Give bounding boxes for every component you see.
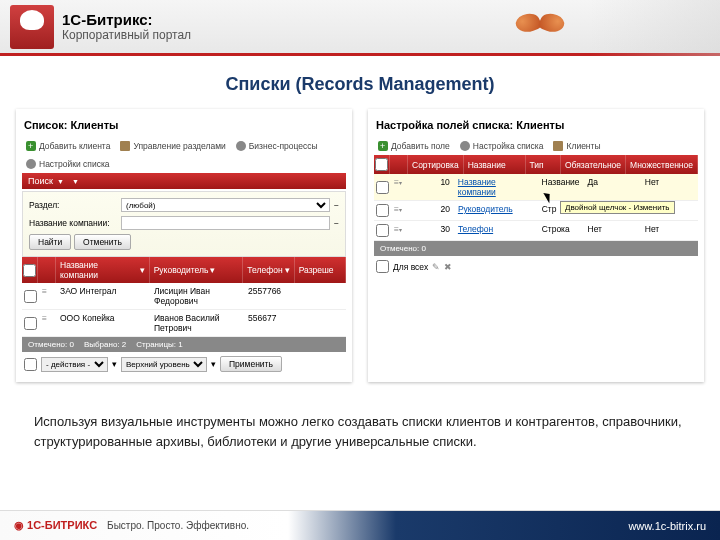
actions-select[interactable]: - действия - [41,357,108,372]
edit-icon[interactable]: ✎ [432,262,440,272]
clients-bottom-bar: - действия - ▾ Верхний уровень ▾ Примени… [22,352,346,376]
brand-subtitle: Корпоративный портал [62,28,191,42]
gear-icon [460,141,470,151]
list-icon [553,141,563,151]
gear-icon [236,141,246,151]
search-label: Поиск [28,176,53,186]
col-type[interactable]: Тип [526,155,561,174]
brand-name: 1С-Битрикс: [62,11,153,28]
clients-toolbar: Добавить клиента Управление разделами Би… [22,137,346,173]
for-all-label: Для всех [393,262,428,272]
row-checkbox[interactable] [376,204,389,217]
level-select[interactable]: Верхний уровень [121,357,207,372]
manage-sections-button[interactable]: Управление разделами [118,140,227,152]
sort-icon: ▾ [285,265,290,275]
row-menu-icon[interactable]: ≡ [38,310,56,336]
delete-icon[interactable]: ✖ [444,262,452,272]
header-illustration [10,5,54,49]
page-footer: ◉ 1С-БИТРИКС Быстро. Просто. Эффективно.… [0,510,720,540]
sort-icon: ▾ [140,265,145,275]
add-icon [378,141,388,151]
row-checkbox[interactable] [376,224,389,237]
row-menu-icon[interactable]: ≡▾ [390,174,408,200]
clients-list-panel: Список: Клиенты Добавить клиента Управле… [16,109,352,382]
col-company[interactable]: Название компании ▾ [56,257,150,283]
page-header: 1С-Битрикс: Корпоративный портал [0,0,720,56]
search-bar[interactable]: Поиск ▼ ▼ [22,173,346,189]
fields-grid-header: Сортировка Название Тип Обязательное Мно… [374,155,698,174]
chevron-down-icon: ▼ [72,178,79,185]
clients-stats-bar: Отмечено: 0 Выбрано: 2 Страницы: 1 [22,337,346,352]
find-button[interactable]: Найти [29,234,71,250]
business-processes-button[interactable]: Бизнес-процессы [234,140,320,152]
row-menu-icon[interactable]: ≡▾ [390,221,408,240]
row-checkbox[interactable] [24,317,37,330]
filter-remove-icon[interactable]: − [334,200,339,210]
footer-logo: ◉ 1С-БИТРИКС [14,519,97,532]
row-menu-icon[interactable]: ≡▾ [390,201,408,220]
add-field-button[interactable]: Добавить поле [376,140,452,152]
fields-toolbar: Добавить поле Настройка списка Клиенты [374,137,698,155]
clients-grid-header: Название компании ▾ Руководитель ▾ Телеф… [22,257,346,283]
butterfly-decoration [510,8,570,48]
clients-panel-title: Список: Клиенты [22,115,346,137]
list-settings-button[interactable]: Настройки списка [24,158,112,170]
skyline-decoration [590,0,720,56]
chevron-down-icon: ▾ [211,359,216,369]
bottom-checkbox[interactable] [24,358,37,371]
field-name-link[interactable]: Телефон [458,224,493,234]
col-sort[interactable]: Сортировка [408,155,464,174]
col-permission[interactable]: Разреше [295,257,346,283]
for-all-checkbox[interactable] [376,260,389,273]
col-name[interactable]: Название [464,155,526,174]
list-settings-button[interactable]: Настройка списка [458,140,546,152]
chevron-down-icon: ▾ [112,359,117,369]
section-label: Раздел: [29,200,117,210]
row-checkbox[interactable] [24,290,37,303]
cancel-button[interactable]: Отменить [74,234,131,250]
folder-icon [120,141,130,151]
select-all-checkbox[interactable] [375,158,388,171]
fields-panel-title: Настройка полей списка: Клиенты [374,115,698,137]
add-client-button[interactable]: Добавить клиента [24,140,112,152]
footer-slogan: Быстро. Просто. Эффективно. [107,520,249,531]
edit-tooltip: Двойной щелчок - Изменить [560,201,675,214]
sort-icon: ▾ [210,265,215,275]
filter-remove-icon[interactable]: − [334,218,339,228]
col-multiple[interactable]: Множественное [626,155,698,174]
fields-bottom-bar: Для всех ✎ ✖ [374,256,698,277]
chevron-down-icon: ▼ [57,178,64,185]
field-name-link[interactable]: Название компании [458,177,496,197]
select-all-checkbox[interactable] [23,264,36,277]
row-menu-icon[interactable]: ≡ [38,283,56,309]
row-checkbox[interactable] [376,181,389,194]
gear-icon [26,159,36,169]
table-row[interactable]: ≡ ООО Копейка Иванов Василий Петрович 55… [22,310,346,337]
fields-settings-panel: Настройка полей списка: Клиенты Добавить… [368,109,704,382]
clients-link-button[interactable]: Клиенты [551,140,602,152]
company-name-input[interactable] [121,216,330,230]
table-row[interactable]: ≡▾ 10 Название компании Название Да Нет [374,174,698,201]
fields-stats-bar: Отмечено: 0 [374,241,698,256]
col-phone[interactable]: Телефон ▾ [243,257,294,283]
section-select[interactable]: (любой) [121,198,330,212]
field-name-link[interactable]: Руководитель [458,204,513,214]
table-row[interactable]: ≡ ЗАО Интеграл Лисицин Иван Федорович 25… [22,283,346,310]
add-icon [26,141,36,151]
col-manager[interactable]: Руководитель ▾ [150,257,244,283]
apply-button[interactable]: Применить [220,356,282,372]
table-row[interactable]: ≡▾ 30 Телефон Строка Нет Нет [374,221,698,241]
header-title-block: 1С-Битрикс: Корпоративный портал [62,11,191,42]
company-name-label: Название компании: [29,218,117,228]
description-text: Используя визуальные инструменты можно л… [0,382,720,451]
page-title: Списки (Records Management) [0,74,720,95]
footer-url[interactable]: www.1c-bitrix.ru [628,520,706,532]
col-required[interactable]: Обязательное [561,155,626,174]
filter-area: Раздел: (любой) − Название компании: − Н… [22,191,346,257]
